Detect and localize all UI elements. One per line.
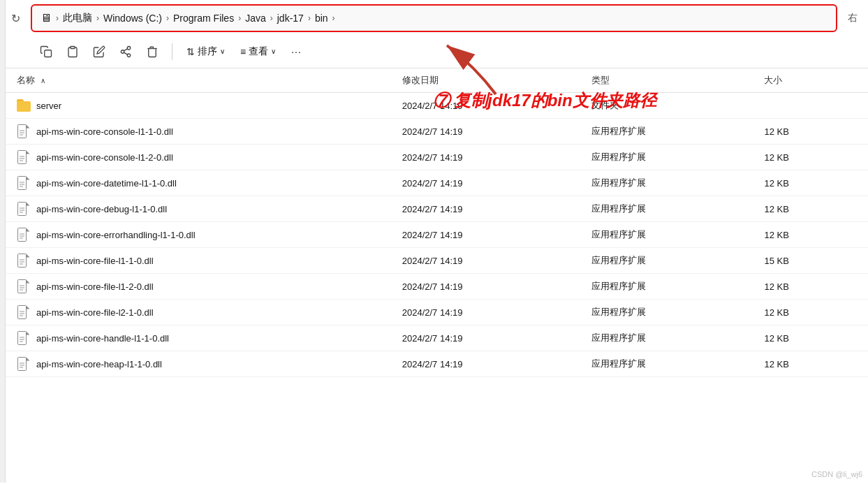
dll-file-icon xyxy=(17,331,31,345)
file-size xyxy=(756,93,868,119)
file-name-cell: api-ms-win-core-handle-l1-1-0.dll xyxy=(6,325,394,351)
file-type: 应用程序扩展 xyxy=(583,145,756,170)
breadcrumb-sep-2: › xyxy=(166,13,169,23)
file-size: 15 KB xyxy=(756,248,868,274)
table-row[interactable]: api-ms-win-core-console-l1-1-0.dll2024/2… xyxy=(6,119,868,145)
dll-file-icon xyxy=(17,357,31,371)
copy-button[interactable] xyxy=(35,41,57,63)
watermark: CSDN @li_wj6 xyxy=(811,470,862,478)
breadcrumb-c-drive[interactable]: Windows (C:) xyxy=(103,13,162,24)
dll-file-icon xyxy=(17,176,31,190)
col-header-type[interactable]: 类型 xyxy=(583,68,756,93)
view-lines-icon: ≡ xyxy=(240,46,246,57)
address-bar[interactable]: 🖥 › 此电脑 › Windows (C:) › Program Files ›… xyxy=(31,4,837,32)
delete-button[interactable] xyxy=(141,41,163,63)
breadcrumb-jdk17[interactable]: jdk-17 xyxy=(277,13,304,24)
breadcrumb-sep-0: › xyxy=(56,13,59,23)
file-name-cell: api-ms-win-core-file-l1-2-0.dll xyxy=(6,274,394,300)
svg-rect-1 xyxy=(71,46,75,48)
sort-label: 排序 xyxy=(198,45,217,58)
toolbar: ⇅ 排序 ∨ ≡ 查看 ∨ ··· xyxy=(0,35,868,68)
table-row[interactable]: api-ms-win-core-debug-l1-1-0.dll2024/2/7… xyxy=(6,196,868,222)
view-label: 查看 xyxy=(249,45,268,58)
share-button[interactable] xyxy=(115,41,137,63)
file-date: 2024/2/7 14:19 xyxy=(394,170,584,196)
svg-point-4 xyxy=(127,54,131,57)
svg-line-6 xyxy=(124,48,127,50)
col-header-date[interactable]: 修改日期 xyxy=(394,68,584,93)
file-name-text: api-ms-win-core-file-l1-1-0.dll xyxy=(36,256,154,266)
svg-rect-8 xyxy=(18,125,27,138)
svg-line-5 xyxy=(124,52,127,54)
file-name-text: server xyxy=(36,101,61,111)
breadcrumb-sep-5: › xyxy=(308,13,311,23)
sort-up-icon: ∧ xyxy=(41,77,45,85)
table-row[interactable]: api-ms-win-core-handle-l1-1-0.dll2024/2/… xyxy=(6,325,868,351)
view-chevron-icon: ∨ xyxy=(271,47,276,55)
file-size: 12 KB xyxy=(756,119,868,145)
file-type: 应用程序扩展 xyxy=(583,325,756,351)
monitor-icon: 🖥 xyxy=(41,12,52,24)
sort-button[interactable]: ⇅ 排序 ∨ xyxy=(181,43,230,61)
file-size: 12 KB xyxy=(756,170,868,196)
file-name-cell: api-ms-win-core-datetime-l1-1-0.dll xyxy=(6,170,394,196)
file-size: 12 KB xyxy=(756,145,868,170)
breadcrumb-sep-6: › xyxy=(332,13,335,23)
file-size: 12 KB xyxy=(756,300,868,325)
breadcrumb-this-pc[interactable]: 此电脑 xyxy=(63,12,92,24)
file-type: 应用程序扩展 xyxy=(583,274,756,300)
file-type: 应用程序扩展 xyxy=(583,170,756,196)
file-name-text: api-ms-win-core-console-l1-1-0.dll xyxy=(36,126,173,137)
file-name-text: api-ms-win-core-console-l1-2-0.dll xyxy=(36,152,173,163)
file-name-cell: api-ms-win-core-debug-l1-1-0.dll xyxy=(6,196,394,222)
more-button[interactable]: ··· xyxy=(286,43,307,60)
table-row[interactable]: server2024/2/7 14:19文件夹 xyxy=(6,93,868,119)
col-header-name[interactable]: 名称 ∧ xyxy=(6,68,394,93)
breadcrumb-sep-1: › xyxy=(96,13,99,23)
file-name-cell: api-ms-win-core-file-l1-1-0.dll xyxy=(6,248,394,274)
file-size: 12 KB xyxy=(756,222,868,248)
more-icon: ··· xyxy=(291,46,302,57)
svg-rect-40 xyxy=(18,332,27,345)
dll-file-icon xyxy=(17,279,31,293)
file-type: 应用程序扩展 xyxy=(583,119,756,145)
file-date: 2024/2/7 14:19 xyxy=(394,145,584,170)
paste-button[interactable] xyxy=(61,41,84,63)
file-size: 12 KB xyxy=(756,196,868,222)
svg-rect-20 xyxy=(18,203,27,216)
file-type: 应用程序扩展 xyxy=(583,222,756,248)
right-button[interactable]: 右 xyxy=(843,8,862,28)
file-name-text: api-ms-win-core-heap-l1-1-0.dll xyxy=(36,359,162,369)
dll-file-icon xyxy=(17,124,31,138)
table-row[interactable]: api-ms-win-core-errorhandling-l1-1-0.dll… xyxy=(6,222,868,248)
view-button[interactable]: ≡ 查看 ∨ xyxy=(235,43,281,61)
file-type: 文件夹 xyxy=(583,93,756,119)
file-name-cell: api-ms-win-core-errorhandling-l1-1-0.dll xyxy=(6,222,394,248)
table-row[interactable]: api-ms-win-core-heap-l1-1-0.dll2024/2/7 … xyxy=(6,351,868,377)
refresh-button[interactable]: ↻ xyxy=(6,8,25,28)
breadcrumb-java[interactable]: Java xyxy=(245,13,266,24)
folder-icon xyxy=(17,98,31,112)
file-name-cell: api-ms-win-core-file-l2-1-0.dll xyxy=(6,300,394,325)
table-row[interactable]: api-ms-win-core-file-l1-1-0.dll2024/2/7 … xyxy=(6,248,868,274)
breadcrumb-program-files[interactable]: Program Files xyxy=(173,13,234,24)
file-size: 12 KB xyxy=(756,274,868,300)
file-name-cell: api-ms-win-core-console-l1-1-0.dll xyxy=(6,119,394,145)
svg-rect-24 xyxy=(18,228,27,242)
file-type: 应用程序扩展 xyxy=(583,351,756,377)
file-date: 2024/2/7 14:19 xyxy=(394,196,584,222)
sort-chevron-icon: ∨ xyxy=(220,47,225,55)
dll-file-icon xyxy=(17,254,31,267)
breadcrumb-bin[interactable]: bin xyxy=(315,13,328,24)
table-row[interactable]: api-ms-win-core-file-l2-1-0.dll2024/2/7 … xyxy=(6,300,868,325)
col-header-size[interactable]: 大小 xyxy=(756,68,868,93)
table-row[interactable]: api-ms-win-core-file-l1-2-0.dll2024/2/7 … xyxy=(6,274,868,300)
sort-arrows-icon: ⇅ xyxy=(186,46,195,57)
table-row[interactable]: api-ms-win-core-datetime-l1-1-0.dll2024/… xyxy=(6,170,868,196)
file-date: 2024/2/7 14:19 xyxy=(394,325,584,351)
file-name-text: api-ms-win-core-datetime-l1-1-0.dll xyxy=(36,178,177,189)
svg-rect-28 xyxy=(18,254,27,267)
rename-button[interactable] xyxy=(88,41,110,63)
file-date: 2024/2/7 14:19 xyxy=(394,248,584,274)
table-row[interactable]: api-ms-win-core-console-l1-2-0.dll2024/2… xyxy=(6,145,868,170)
